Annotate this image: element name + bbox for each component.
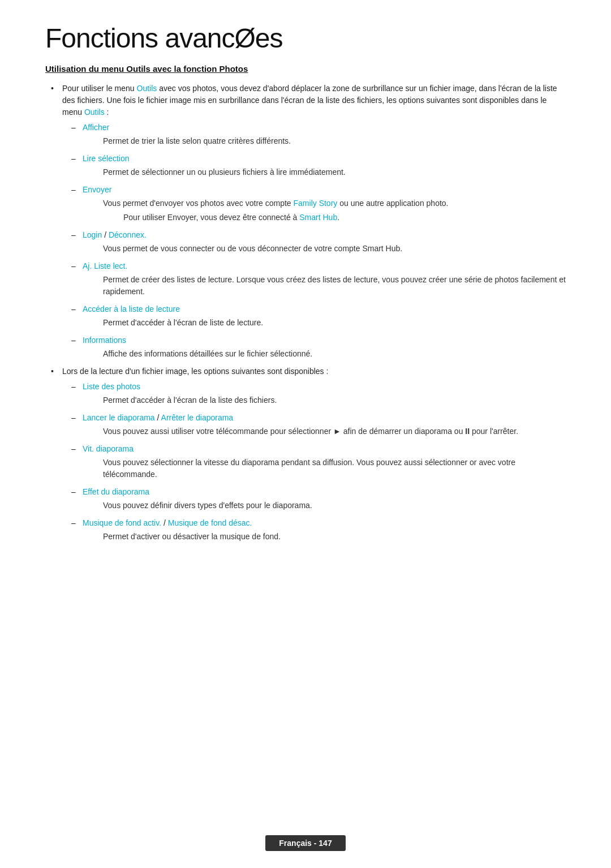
smart-hub-link: Smart Hub [299, 213, 337, 222]
bullet1-text: Pour utiliser le menu Outils avec vos ph… [62, 84, 557, 117]
sub-item-effet-desc: Vous pouvez définir divers types d'effet… [83, 500, 566, 512]
sub-item-aj-liste-label: Aj. Liste lect. [83, 261, 127, 270]
sub-item-login-sep: / [102, 230, 109, 239]
section-heading: Utilisation du menu Outils avec la fonct… [45, 64, 566, 74]
main-list: Pour utiliser le menu Outils avec vos ph… [51, 83, 566, 543]
sub-item-musique: Musique de fond activ. / Musique de fond… [62, 517, 566, 543]
sub-item-lancer-label: Lancer le diaporama [83, 413, 155, 422]
sub-item-informations-desc: Affiche des informations détaillées sur … [83, 348, 566, 360]
sub-item-aj-liste-desc: Permet de créer des listes de lecture. L… [83, 274, 566, 298]
outils-link-2: Outils [84, 108, 105, 117]
sub-item-diaporama-sep: / [155, 413, 161, 422]
page-number-badge: Français - 147 [265, 835, 345, 851]
sub-item-effet-diaporama: Effet du diaporama Vous pouvez définir d… [62, 486, 566, 512]
sub-item-liste-photos-label: Liste des photos [83, 382, 140, 391]
sub-item-acceder-label: Accéder à la liste de lecture [83, 304, 180, 313]
sub-item-deconnex-label: Déconnex. [109, 230, 147, 239]
sub-item-informations: Informations Affiche des informations dé… [62, 334, 566, 360]
sub-item-login: Login / Déconnex. Vous permet de vous co… [62, 229, 566, 255]
sub-item-musique-desac-label: Musique de fond désac. [168, 518, 252, 527]
sub-item-lire: Lire sélection Permet de sélectionner un… [62, 153, 566, 178]
sub-item-musique-activ-label: Musique de fond activ. [83, 518, 161, 527]
sub-item-arreter-label: Arrêter le diaporama [161, 413, 234, 422]
sub-list-1: Afficher Permet de trier la liste selon … [62, 122, 566, 360]
page-title: Fonctions avancØes [45, 23, 566, 54]
sub-item-envoyer-note: Pour utiliser Envoyer, vous devez être c… [83, 212, 566, 224]
bullet2-text: Lors de la lecture d'un fichier image, l… [62, 367, 328, 376]
sub-item-liste-photos-desc: Permet d'accéder à l'écran de la liste d… [83, 394, 566, 406]
sub-item-liste-photos: Liste des photos Permet d'accéder à l'éc… [62, 381, 566, 406]
sub-item-envoyer: Envoyer Vous permet d'envoyer vos photos… [62, 184, 566, 224]
sub-item-afficher-desc: Permet de trier la liste selon quatre cr… [83, 135, 566, 147]
sub-item-envoyer-desc: Vous permet d'envoyer vos photos avec vo… [83, 197, 566, 209]
sub-item-diaporama-desc: Vous pouvez aussi utiliser votre télécom… [83, 426, 566, 437]
content-area: Pour utiliser le menu Outils avec vos ph… [51, 83, 566, 543]
sub-item-envoyer-label: Envoyer [83, 185, 111, 194]
sub-item-aj-liste: Aj. Liste lect. Permet de créer des list… [62, 260, 566, 298]
sub-item-lire-desc: Permet de sélectionner un ou plusieurs f… [83, 166, 566, 178]
sub-item-diaporama-launch: Lancer le diaporama / Arrêter le diapora… [62, 412, 566, 437]
main-list-item-1: Pour utiliser le menu Outils avec vos ph… [51, 83, 566, 360]
sub-item-lire-label: Lire sélection [83, 154, 130, 163]
sub-item-afficher: Afficher Permet de trier la liste selon … [62, 122, 566, 147]
sub-item-acceder-desc: Permet d'accéder à l'écran de liste de l… [83, 317, 566, 329]
sub-list-2: Liste des photos Permet d'accéder à l'éc… [62, 381, 566, 543]
sub-item-musique-desc: Permet d'activer ou désactiver la musiqu… [83, 531, 566, 543]
sub-item-vit-diaporama: Vit. diaporama Vous pouvez sélectionner … [62, 443, 566, 480]
pause-symbol: II [465, 427, 470, 436]
sub-item-login-desc: Vous permet de vous connecter ou de vous… [83, 243, 566, 255]
sub-item-musique-sep: / [161, 518, 168, 527]
page-footer: Français - 147 [0, 835, 611, 851]
sub-item-informations-label: Informations [83, 336, 126, 345]
sub-item-vit-label: Vit. diaporama [83, 444, 134, 453]
outils-link-1: Outils [137, 84, 157, 93]
sub-item-vit-desc: Vous pouvez sélectionner la vitesse du d… [83, 457, 566, 480]
main-list-item-2: Lors de la lecture d'un fichier image, l… [51, 366, 566, 543]
sub-item-afficher-label: Afficher [83, 123, 109, 132]
sub-item-login-label: Login [83, 230, 102, 239]
family-story-link: Family Story [294, 199, 338, 208]
sub-item-acceder: Accéder à la liste de lecture Permet d'a… [62, 303, 566, 329]
sub-item-effet-label: Effet du diaporama [83, 487, 149, 496]
